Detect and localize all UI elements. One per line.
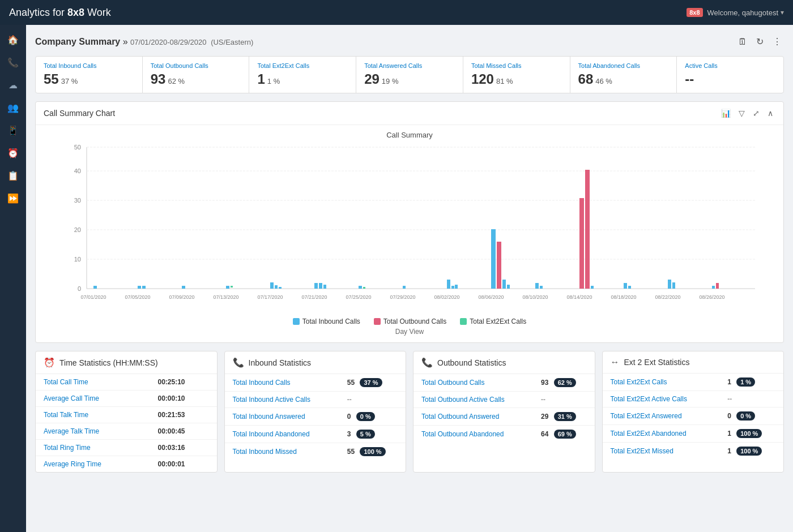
outbound-stats-table: Total Outbound Calls 93 62 % Total Outbo… [413, 374, 595, 443]
row-label: Total Ring Time [36, 440, 150, 456]
chart-title: Call Summary Chart [44, 109, 115, 118]
table-row: Total Call Time 00:25:10 [36, 374, 217, 391]
svg-rect-20 [275, 285, 278, 289]
row-value: 0 0 % [339, 408, 406, 426]
brand-name: 8x8 [67, 7, 84, 18]
svg-text:07/25/2020: 07/25/2020 [346, 294, 371, 300]
svg-text:07/29/2020: 07/29/2020 [390, 294, 415, 300]
chart-dayview: Day View [44, 328, 775, 340]
table-row: Total Inbound Missed 55 100 % [225, 443, 406, 461]
svg-rect-34 [507, 285, 510, 289]
svg-text:07/17/2020: 07/17/2020 [257, 294, 283, 300]
table-row: Total Ext2Ext Abandoned 1 100 % [603, 425, 784, 443]
outbound-icon: 📞 [421, 357, 433, 368]
row-value: 1 1 % [719, 374, 783, 391]
table-row: Total Outbound Abandoned 64 69 % [413, 426, 595, 443]
table-row: Total Talk Time 00:21:53 [36, 407, 217, 423]
svg-rect-25 [359, 286, 362, 289]
calendar-button[interactable]: 🗓 [736, 35, 749, 49]
chart-bar-icon[interactable]: 📊 [719, 108, 733, 119]
inbound-stats-table: Total Inbound Calls 55 37 % Total Inboun… [225, 374, 406, 460]
svg-text:08/06/2020: 08/06/2020 [478, 294, 504, 300]
table-row: Total Ring Time 00:03:16 [36, 440, 217, 456]
table-row: Total Inbound Active Calls -- [225, 392, 406, 408]
time-stats-header: ⏰ Time Statistics (HH:MM:SS) [36, 351, 217, 374]
stat-abandoned: Total Abandoned Calls 6846 % [570, 57, 677, 93]
sidebar-more-icon[interactable]: ⏩ [3, 188, 23, 208]
svg-text:07/01/2020: 07/01/2020 [80, 294, 106, 300]
more-options-button[interactable]: ⋮ [770, 34, 784, 49]
row-value: 93 62 % [533, 374, 594, 392]
svg-rect-31 [491, 229, 496, 289]
row-value: 55 100 % [339, 443, 406, 461]
legend-inbound: Total Inbound Calls [293, 318, 360, 325]
user-greeting: Welcome, qahugotest [707, 8, 779, 17]
stat-answered: Total Answered Calls 2919 % [356, 57, 463, 93]
svg-text:08/10/2020: 08/10/2020 [522, 294, 548, 300]
legend-ext2ext-label: Total Ext2Ext Calls [470, 318, 526, 325]
sidebar-cloud-icon[interactable]: ☁ [3, 75, 23, 95]
chart-svg: 0 10 20 30 40 50 [44, 141, 775, 311]
inbound-stats-panel: 📞 Inbound Statistics Total Inbound Calls… [224, 351, 407, 473]
row-label: Total Talk Time [36, 407, 150, 423]
legend-ext2ext: Total Ext2Ext Calls [460, 318, 526, 325]
chart-collapse-icon[interactable]: ∧ [765, 108, 775, 119]
time-stats-title: Time Statistics (HH:MM:SS) [59, 358, 158, 367]
pct-badge: 37 % [360, 378, 382, 387]
svg-text:50: 50 [74, 144, 81, 151]
row-value: 1 100 % [719, 443, 783, 460]
stat-outbound-label: Total Outbound Calls [151, 62, 241, 69]
refresh-button[interactable]: ↻ [754, 34, 766, 49]
legend-outbound-dot [374, 318, 381, 325]
sidebar-home-icon[interactable]: 🏠 [3, 29, 23, 50]
ext2ext-stats-panel: ↔ Ext 2 Ext Statistics Total Ext2Ext Cal… [602, 351, 785, 473]
row-label: Total Ext2Ext Abandoned [603, 425, 720, 443]
row-value: 0 0 % [719, 407, 783, 425]
table-row: Average Talk Time 00:00:45 [36, 423, 217, 440]
svg-rect-15 [142, 286, 146, 289]
pct-badge: 100 % [736, 429, 762, 438]
svg-rect-33 [502, 280, 506, 289]
pct-badge: 5 % [356, 430, 375, 439]
svg-rect-26 [363, 287, 365, 289]
clock-icon: ⏰ [44, 357, 55, 368]
sidebar-reports-icon[interactable]: 📋 [3, 165, 23, 186]
pct-badge: 62 % [554, 378, 576, 387]
svg-rect-45 [716, 283, 719, 289]
sidebar-calls-icon[interactable]: 📞 [3, 52, 23, 72]
stat-total-inbound: Total Inbound Calls 5537 % [36, 57, 143, 93]
table-row: Average Call Time 00:00:10 [36, 391, 217, 407]
svg-rect-19 [270, 282, 274, 289]
svg-rect-36 [540, 286, 543, 289]
svg-rect-37 [579, 198, 584, 289]
table-row: Total Inbound Abandoned 3 5 % [225, 426, 406, 443]
row-value: 64 69 % [533, 426, 594, 443]
stat-active-value: -- [685, 71, 775, 87]
svg-rect-30 [455, 285, 458, 289]
row-label: Total Outbound Active Calls [413, 392, 533, 408]
svg-rect-43 [672, 282, 675, 289]
stat-missed-value: 12081 % [471, 71, 562, 87]
svg-rect-44 [712, 286, 715, 289]
page-title-text: Company Summary [35, 37, 120, 46]
sidebar-devices-icon[interactable]: 📱 [3, 120, 23, 140]
sidebar-users-icon[interactable]: 👥 [3, 97, 23, 118]
sidebar-time-icon[interactable]: ⏰ [3, 143, 23, 163]
header-actions: 🗓 ↻ ⋮ [736, 34, 784, 49]
svg-rect-28 [447, 280, 450, 289]
time-stats-table: Total Call Time 00:25:10 Average Call Ti… [36, 374, 217, 472]
chart-filter-icon[interactable]: ▽ [736, 108, 747, 119]
pct-badge: 31 % [554, 412, 576, 421]
legend-inbound-dot [293, 318, 300, 325]
chart-body: Call Summary 0 10 [36, 125, 783, 342]
outbound-stats-header: 📞 Outbound Statistics [413, 351, 595, 374]
svg-text:08/14/2020: 08/14/2020 [566, 294, 592, 300]
svg-text:30: 30 [74, 197, 81, 204]
svg-rect-22 [314, 283, 318, 289]
row-label: Total Outbound Calls [413, 374, 533, 392]
chart-expand-icon[interactable]: ⤢ [751, 108, 762, 119]
table-row: Total Ext2Ext Active Calls -- [603, 391, 784, 407]
stats-bar: Total Inbound Calls 5537 % Total Outboun… [35, 56, 784, 93]
user-dropdown-icon[interactable]: ▾ [781, 8, 784, 16]
legend-inbound-label: Total Inbound Calls [302, 318, 360, 325]
